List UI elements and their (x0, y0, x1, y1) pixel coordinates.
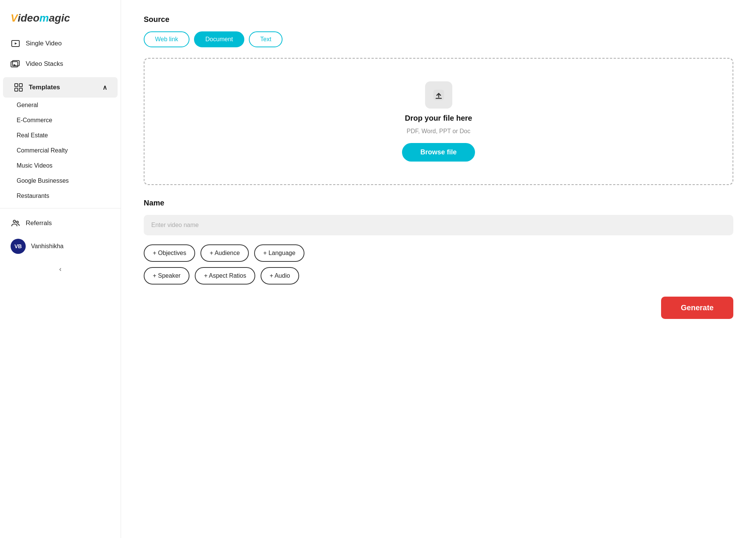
templates-chevron-icon: ∧ (102, 84, 107, 92)
sidebar-divider (0, 208, 121, 208)
collapse-icon: ‹ (59, 265, 62, 273)
source-tab-text[interactable]: Text (249, 31, 283, 47)
video-name-input[interactable] (144, 215, 733, 235)
single-video-label: Single Video (26, 40, 62, 47)
svg-point-9 (13, 220, 16, 222)
audience-pill[interactable]: + Audience (200, 244, 249, 262)
logo-agic: agic (49, 12, 70, 24)
sidebar: Videomagic Single Video Video Stacks (0, 0, 121, 538)
drop-subtitle: PDF, Word, PPT or Doc (407, 128, 470, 135)
template-item-music-videos[interactable]: Music Videos (0, 158, 121, 173)
svg-rect-5 (15, 84, 18, 87)
collapse-button[interactable]: ‹ (0, 259, 121, 279)
browse-file-button[interactable]: Browse file (402, 143, 475, 162)
upload-icon (432, 88, 446, 102)
logo-area: Videomagic (0, 0, 121, 33)
drop-title: Drop your file here (405, 114, 472, 123)
source-title: Source (144, 15, 733, 24)
source-tab-document[interactable]: Document (194, 31, 244, 47)
nav-item-referrals[interactable]: Referrals (0, 213, 121, 233)
upload-icon-box (425, 81, 452, 109)
video-stacks-icon (11, 59, 20, 69)
template-item-real-estate[interactable]: Real Estate (0, 128, 121, 143)
logo-ideo: ideo (18, 12, 40, 24)
template-item-general[interactable]: General (0, 98, 121, 113)
source-tabs: Web link Document Text (144, 31, 733, 47)
svg-rect-7 (15, 88, 18, 91)
logo: Videomagic (11, 12, 110, 24)
logo-m: m (39, 12, 49, 24)
source-tab-web-link[interactable]: Web link (144, 31, 189, 47)
main-content: Source Web link Document Text Drop your … (121, 0, 756, 538)
template-item-restaurants[interactable]: Restaurants (0, 188, 121, 204)
logo-v: V (11, 12, 18, 24)
templates-header-left: Templates (14, 82, 60, 92)
template-item-commercial-realty[interactable]: Commercial Realty (0, 143, 121, 158)
user-area[interactable]: VB Vanhishikha (0, 233, 121, 259)
svg-point-10 (17, 221, 19, 223)
svg-rect-8 (19, 88, 22, 91)
audio-pill[interactable]: + Audio (261, 267, 299, 285)
name-title: Name (144, 199, 733, 207)
video-stacks-label: Video Stacks (26, 60, 63, 68)
nav-item-single-video[interactable]: Single Video (0, 33, 121, 54)
user-name: Vanhishikha (31, 243, 64, 250)
single-video-icon (11, 39, 20, 48)
aspect-ratios-pill[interactable]: + Aspect Ratios (195, 267, 255, 285)
options-row-2: + Speaker + Aspect Ratios + Audio (144, 267, 733, 285)
referrals-icon (11, 218, 20, 228)
templates-header[interactable]: Templates ∧ (3, 77, 118, 98)
templates-label: Templates (29, 84, 60, 91)
nav-item-video-stacks[interactable]: Video Stacks (0, 54, 121, 74)
objectives-pill[interactable]: + Objectives (144, 244, 195, 262)
speaker-pill[interactable]: + Speaker (144, 267, 189, 285)
avatar: VB (11, 239, 26, 254)
generate-button[interactable]: Generate (661, 297, 733, 319)
template-item-google-businesses[interactable]: Google Businesses (0, 173, 121, 188)
templates-list: General E-Commerce Real Estate Commercia… (0, 98, 121, 204)
language-pill[interactable]: + Language (254, 244, 304, 262)
templates-icon (14, 82, 23, 92)
drop-zone[interactable]: Drop your file here PDF, Word, PPT or Do… (144, 58, 733, 185)
svg-rect-6 (19, 84, 22, 87)
options-row-1: + Objectives + Audience + Language (144, 244, 733, 262)
referrals-label: Referrals (26, 219, 52, 227)
template-item-ecommerce[interactable]: E-Commerce (0, 113, 121, 128)
templates-section: Templates ∧ General E-Commerce Real Esta… (0, 77, 121, 204)
svg-marker-1 (15, 42, 17, 45)
generate-area: Generate (144, 297, 733, 319)
